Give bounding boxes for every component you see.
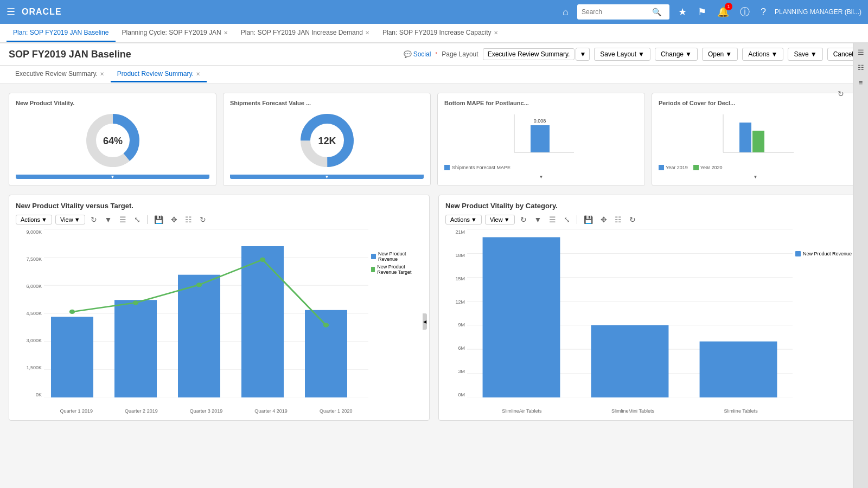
kpi-chart: 12K [230,111,424,170]
chart-refresh-icon[interactable]: ↻ [197,214,208,225]
tab-planning-cycle[interactable]: Planning Cycle: SOP FY2019 JAN ✕ [116,24,234,42]
chart-expand-icon[interactable]: ✥ [598,214,609,225]
chart-actions-button[interactable]: Actions ▼ [445,215,482,224]
collapse-handle[interactable]: ◀ [423,313,427,330]
periods-legend-box [693,165,699,170]
chart-dropdown2-icon[interactable]: ▼ [103,214,114,225]
page-layout-value: Executive Review Summary. [483,48,575,60]
chart-actions-button[interactable]: Actions ▼ [16,215,52,224]
page-layout-selector: Executive Review Summary. ▼ [483,48,590,61]
social-button[interactable]: 💬 Social [404,50,431,58]
chart-table-icon[interactable]: ☷ [183,214,194,225]
tab-close-icon[interactable]: ✕ [494,30,498,36]
chart-view-button[interactable]: View ▼ [55,215,85,224]
donut-chart-vitality: 64% [83,111,143,170]
x-label: SlimlineMini Tablets [611,408,654,414]
sub-tab-close-icon[interactable]: ✕ [196,71,200,77]
kpi-footer: ▼ [659,175,852,179]
kpi-footer-arrow-icon: ▼ [754,175,758,179]
y-axis-labels: 21M 18M 15M 12M 9M 6M 3M 0M [445,229,467,397]
chart-arrows-icon[interactable]: ⤡ [132,214,143,225]
periods-legend-box [659,165,664,170]
tab-increase-demand[interactable]: Plan: SOP FY2019 JAN Increase Demand ✕ [234,24,376,42]
sidebar-list-icon[interactable]: ≡ [854,76,867,89]
kpi-card-mape: Bottom MAPE for Postlaunc... 0.008 Shipm… [437,93,645,186]
chart-title-right: New Product Vitality by Category. [445,202,852,210]
info-icon[interactable]: ⓘ [740,5,750,18]
page-layout-dropdown[interactable]: ▼ [576,48,590,61]
y-label: 6,000K [26,284,42,289]
chart-arrows-icon[interactable]: ⤡ [561,214,572,225]
kpi-footer-arrow-icon: ▼ [539,175,544,179]
hamburger-icon[interactable]: ☰ [7,6,15,18]
chart-view-button[interactable]: View ▼ [485,215,515,224]
svg-rect-10 [739,123,751,152]
tab-increase-capacity[interactable]: Plan: SOP FY2019 Increase Capacity ✕ [376,24,505,42]
flag-icon[interactable]: ⚑ [698,6,706,18]
y-axis-labels: 9,000K 7,500K 6,000K 4,500K 3,000K 1,500… [16,229,44,397]
chart-expand-icon[interactable]: ✥ [169,214,180,225]
tab-close-icon[interactable]: ✕ [365,30,369,36]
chart-grid-icon[interactable]: ☰ [547,214,558,225]
search-icon[interactable]: 🔍 [652,8,661,16]
chart-area-left: 9,000K 7,500K 6,000K 4,500K 3,000K 1,500… [16,229,423,414]
save-layout-button[interactable]: Save Layout ▼ [594,48,650,61]
sidebar-detail-icon[interactable]: ☰ [854,46,867,59]
star-icon[interactable]: ★ [678,6,687,18]
svg-rect-22 [241,246,284,397]
tab-label: Planning Cycle: SOP FY2019 JAN [122,29,221,36]
home-icon[interactable]: ⌂ [563,7,569,18]
y-label: 0K [36,392,42,397]
chart-rotate-icon[interactable]: ↻ [518,214,529,225]
y-label: 4,500K [26,311,42,316]
tab-close-icon[interactable]: ✕ [224,30,228,36]
y-label: 6M [458,345,465,351]
actions-button[interactable]: Actions ▼ [742,48,783,61]
kpi-title: Periods of Cover for Decl... [659,100,735,106]
sub-tab-executive[interactable]: Executive Review Summary. ✕ [9,67,111,82]
notification-badge: 1 [725,3,732,10]
open-button[interactable]: Open ▼ [702,48,738,61]
right-sidebar: ☰ ☷ ≡ [853,43,868,488]
chart-refresh-icon[interactable]: ↻ [627,214,638,225]
mape-legend: Shipments Forecast MAPE [444,165,510,170]
search-input[interactable] [582,8,652,16]
main-content: SOP FY2019 JAN Baseline 💬 Social * Page … [0,43,868,488]
user-menu[interactable]: PLANNING MANAGER (Bil...) [775,8,861,16]
x-axis-labels: Quarter 1 2019 Quarter 2 2019 Quarter 3 … [44,408,368,414]
chart-area-right: 21M 18M 15M 12M 9M 6M 3M 0M [445,229,852,414]
change-button[interactable]: Change ▼ [655,48,698,61]
svg-point-25 [133,300,138,305]
periods-legend-label: Year 2020 [700,165,723,170]
chart-save-icon[interactable]: 💾 [152,214,165,225]
chart-dropdown2-icon[interactable]: ▼ [532,214,544,225]
sub-tab-close-icon[interactable]: ✕ [100,71,104,77]
help-icon[interactable]: ? [761,7,766,18]
chart-actions-label: Actions [450,216,470,223]
chart-table-icon[interactable]: ☷ [612,214,624,225]
search-box: 🔍 [577,4,669,20]
svg-rect-20 [114,300,157,397]
legend-box [371,254,376,259]
tab-label: Plan: SOP FY2019 JAN Baseline [13,29,109,36]
refresh-icon[interactable]: ↻ [835,88,846,99]
svg-rect-11 [752,131,764,152]
kpi-card-vitality: New Product Vitality. 64% ▼ [9,93,216,186]
x-label: Quarter 4 2019 [254,408,288,414]
save-button[interactable]: Save ▼ [788,48,822,61]
sidebar-table-icon[interactable]: ☷ [854,61,867,74]
chart-grid-icon[interactable]: ☰ [117,214,129,225]
chart-view-dropdown-icon: ▼ [504,216,510,223]
bell-icon[interactable]: 🔔 1 [717,6,729,18]
page-title: SOP FY2019 JAN Baseline [9,49,399,60]
sub-tab-product[interactable]: Product Review Summary. ✕ [111,67,207,82]
actions-label: Actions [748,50,769,58]
kpi-title: Bottom MAPE for Postlaunc... [444,100,529,106]
chart-svg-left [44,229,368,397]
kpi-title: Shipments Forecast Value ... [230,100,311,106]
chart-view-label: View [60,216,73,223]
chart-rotate-icon[interactable]: ↻ [88,214,99,225]
chart-save-icon[interactable]: 💾 [582,214,595,225]
tab-plan-baseline[interactable]: Plan: SOP FY2019 JAN Baseline [7,24,116,42]
donut-chart-shipments: 12K [297,111,357,170]
